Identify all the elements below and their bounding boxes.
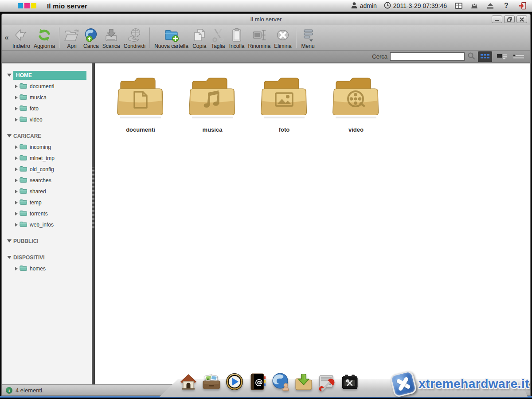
list-view-button[interactable] [512, 51, 526, 62]
clock-display[interactable]: 2011-3-29 07:39:46 [384, 2, 447, 10]
sidebar-item-web-infos[interactable]: web_infos [2, 219, 92, 230]
sidebar-section-home[interactable]: HOME [2, 70, 92, 81]
sidebar-item-mlnet-tmp[interactable]: mlnet_tmp [2, 153, 92, 164]
dock-home-icon[interactable] [178, 371, 199, 391]
desktop-title: Il mio server [47, 2, 87, 10]
chevron-right-icon [15, 168, 18, 171]
copy-button[interactable]: Copia [190, 26, 209, 49]
sidebar-item-incoming[interactable]: incoming [2, 141, 92, 153]
sidebar-item-documenti[interactable]: documenti [2, 81, 92, 92]
sidebar-section-caricare[interactable]: CARICARE [2, 130, 92, 141]
info-icon: i [6, 387, 12, 394]
sidebar-item-video[interactable]: video [2, 114, 92, 125]
delete-button[interactable]: Elimina [272, 26, 293, 49]
close-button[interactable] [516, 16, 527, 23]
watermark-x-logo-icon [390, 370, 418, 398]
window-grid-icon[interactable] [454, 2, 463, 10]
back-button[interactable]: Indietro [11, 26, 32, 49]
folder-icon [20, 155, 27, 162]
file-manager-window: Il mio server « Indietro [1, 14, 531, 396]
folder-label: documenti [126, 126, 155, 133]
dock-photo-album-icon[interactable] [201, 371, 222, 391]
details-view-button[interactable] [495, 51, 509, 62]
delete-icon [275, 27, 290, 43]
logout-icon[interactable] [518, 2, 527, 10]
folder-documenti[interactable]: documenti [105, 74, 176, 133]
desktop-top-bar: Il mio server admin 2011-3-29 07:39:46 [0, 0, 532, 12]
search-input[interactable] [390, 52, 465, 61]
apps-icon[interactable] [470, 2, 479, 10]
dock-web-users-icon[interactable] [270, 371, 291, 391]
open-folder-icon [64, 27, 80, 43]
download-button[interactable]: Scarica [101, 26, 122, 49]
chevron-right-icon [15, 107, 18, 110]
sidebar-item-label: mlnet_tmp [30, 155, 55, 161]
tool-label: Incolla [229, 43, 245, 49]
logo-square-magenta [24, 3, 30, 8]
menu-button[interactable]: Menu [299, 26, 317, 49]
search-icon[interactable] [467, 52, 475, 62]
upload-button[interactable]: Carica [82, 26, 101, 49]
collapse-toolbar-button[interactable]: « [3, 33, 11, 42]
folder-icon [20, 265, 27, 272]
sidebar-item-label: incoming [30, 144, 51, 150]
open-button[interactable]: Apri [62, 26, 82, 49]
sidebar-item-temp[interactable]: temp [2, 197, 92, 208]
sidebar-section-label: HOME [13, 71, 86, 80]
restore-button[interactable] [504, 16, 515, 23]
dock-downloads-icon[interactable] [293, 371, 314, 391]
datetime-text: 2011-3-29 07:39:46 [393, 2, 447, 9]
minimize-button[interactable] [492, 16, 502, 23]
sidebar-item-torrents[interactable]: torrents [2, 208, 92, 219]
window-titlebar[interactable]: Il mio server [2, 14, 530, 25]
refresh-button[interactable]: Aggiorna [32, 26, 57, 49]
user-menu[interactable]: admin [351, 2, 377, 10]
sidebar-item-foto[interactable]: foto [2, 103, 92, 114]
toolbar: « Indietro Aggiorna Apri [2, 25, 530, 50]
sidebar-section-label: CARICARE [13, 133, 41, 139]
chevron-down-icon [7, 74, 12, 77]
folder-icon [20, 144, 27, 151]
folder-musica[interactable]: musica [176, 74, 248, 133]
help-icon[interactable]: ? [502, 2, 511, 10]
thumbnails-view-button[interactable] [478, 51, 492, 62]
new-folder-button[interactable]: Nuova cartella [153, 26, 190, 49]
dock-toolbox-icon[interactable] [340, 371, 360, 391]
user-name: admin [360, 2, 377, 9]
splitter-grip-icon [92, 168, 94, 230]
chevron-right-icon [15, 201, 18, 204]
tool-label: Indietro [12, 43, 30, 49]
dock-media-player-icon[interactable] [224, 371, 245, 391]
sidebar-item-searches[interactable]: searches [2, 175, 92, 186]
chevron-down-icon [7, 256, 12, 259]
sidebar-item-shared[interactable]: shared [2, 186, 92, 197]
sidebar-item-homes[interactable]: homes [2, 263, 92, 274]
tool-label: Nuova cartella [154, 43, 188, 49]
rename-button[interactable]: Rinomina [246, 26, 273, 49]
paste-button[interactable]: Incolla [227, 26, 246, 49]
chevron-right-icon [15, 212, 18, 215]
menu-list-icon [301, 27, 316, 43]
folder-icon [20, 83, 27, 90]
sidebar-item-old-config[interactable]: old_config [2, 164, 92, 175]
dock-disk-utility-icon[interactable] [317, 371, 337, 391]
tool-label: Menu [301, 43, 315, 49]
folder-label: foto [279, 126, 290, 133]
sidebar-splitter[interactable] [92, 63, 95, 384]
eject-icon[interactable] [486, 2, 495, 10]
chevron-right-icon [15, 223, 18, 227]
folder-icon [114, 74, 167, 119]
sidebar-item-label: musica [30, 94, 47, 101]
folder-foto[interactable]: foto [248, 74, 320, 133]
dock-address-book-icon[interactable]: @ [247, 371, 268, 391]
cut-button[interactable]: Taglia [209, 26, 227, 49]
folder-video[interactable]: video [320, 74, 392, 133]
sidebar-section-dispositivi[interactable]: DISPOSITIVI [2, 252, 92, 263]
tool-label: Aggiorna [34, 43, 55, 49]
share-button[interactable]: Condividi [122, 26, 147, 49]
sidebar-item-musica[interactable]: musica [2, 92, 92, 103]
folder-label: musica [203, 126, 223, 133]
sidebar-item-label: documenti [30, 83, 54, 90]
download-box-icon [104, 27, 119, 43]
sidebar-section-pubblici[interactable]: PUBBLICI [2, 235, 92, 246]
